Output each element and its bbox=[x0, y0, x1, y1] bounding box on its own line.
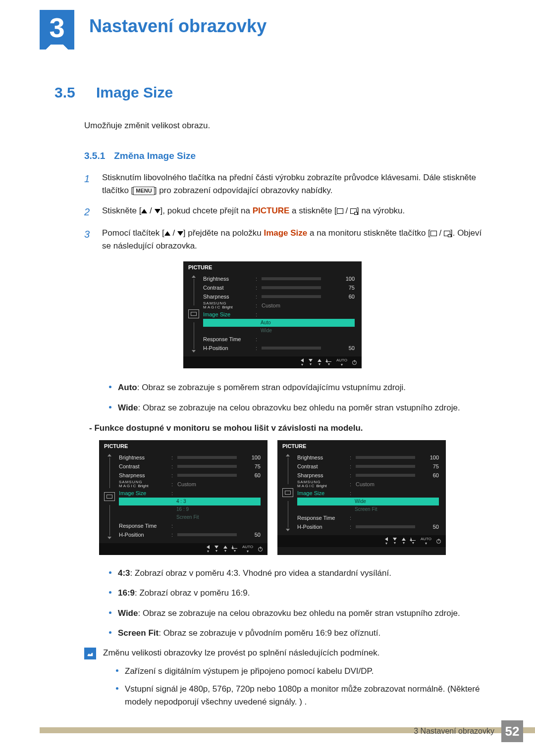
step-2-text: Stiskněte [ / ], pokud chcete přejít na … bbox=[102, 204, 405, 220]
down-icon bbox=[155, 209, 160, 213]
step-3-number: 3 bbox=[84, 227, 93, 253]
select-icon bbox=[430, 231, 437, 236]
scroll-up-icon bbox=[192, 275, 196, 278]
step-3-text: Pomocí tlačítek [ / ] přejděte na položk… bbox=[102, 227, 490, 253]
subsection-number: 3.5.1 bbox=[84, 151, 105, 161]
section-number: 3.5 bbox=[54, 84, 84, 101]
osd-enter-icon bbox=[326, 359, 331, 362]
osd-row-contrast: Contrast bbox=[203, 285, 253, 291]
osd-option-wide: Wide bbox=[297, 498, 439, 505]
chapter-title: Nastavení obrazovky bbox=[89, 16, 267, 37]
osd-back-icon bbox=[301, 358, 304, 362]
bullet-list-1: Auto: Obraz se zobrazuje s poměrem stran… bbox=[109, 381, 490, 414]
select-icon bbox=[337, 208, 343, 214]
osd-panel-1: PICTURE Brightness:100 Contrast:75 Sharp… bbox=[183, 261, 362, 368]
enter-icon bbox=[444, 231, 450, 236]
osd-row-response-time: Response Time bbox=[203, 336, 253, 342]
chapter-badge: 3 bbox=[40, 10, 74, 45]
osd-title: PICTURE bbox=[183, 261, 362, 272]
osd-option-16-9: 16 : 9 bbox=[119, 505, 261, 513]
osd-auto-label: AUTO bbox=[336, 358, 347, 362]
osd-row-image-size: Image Size bbox=[203, 311, 253, 317]
osd-row-h-position: H-Position bbox=[203, 345, 253, 351]
section-intro: Umožňuje změnit velikost obrazu. bbox=[84, 121, 490, 131]
enter-icon bbox=[350, 208, 357, 214]
menu-key-icon: MENU bbox=[133, 187, 154, 195]
osd-panel-3: PICTURE Brightness:100 Contrast:75 Sharp… bbox=[277, 440, 446, 555]
osd-power-icon bbox=[352, 360, 357, 365]
osd-row-magic-bright: SAMSUNGMAGIC Bright bbox=[203, 302, 253, 309]
osd-up-icon bbox=[318, 359, 321, 362]
osd-option-screen-fit: Screen Fit bbox=[119, 513, 261, 521]
scroll-down-icon bbox=[192, 350, 196, 353]
up-icon bbox=[141, 209, 147, 213]
note-icon bbox=[84, 648, 96, 659]
model-note: - Funkce dostupné v monitoru se mohou li… bbox=[89, 423, 490, 433]
osd-row-sharpness: Sharpness bbox=[203, 294, 253, 300]
osd-row-brightness: Brightness bbox=[203, 276, 253, 282]
bullet-list-2: 4:3: Zobrazí obraz v poměru 4:3. Vhodné … bbox=[109, 567, 490, 640]
subsection-title: Změna Image Size bbox=[114, 151, 196, 161]
section-title: Image Size bbox=[96, 84, 173, 101]
category-picture-icon bbox=[188, 309, 199, 318]
osd-panel-2: PICTURE Brightness:100 Contrast:75 Sharp… bbox=[99, 440, 268, 555]
footer-text: 3 Nastavení obrazovky bbox=[414, 727, 494, 736]
step-2-number: 2 bbox=[84, 204, 93, 220]
osd-option-4-3: 4 : 3 bbox=[119, 498, 261, 505]
osd-down-icon bbox=[309, 359, 313, 362]
osd-option-auto: Auto bbox=[203, 319, 355, 327]
osd-footer: ▾ ▾ ▾ ▾ AUTO▾ bbox=[183, 356, 362, 368]
osd-option-wide: Wide bbox=[203, 327, 355, 335]
down-icon bbox=[177, 231, 183, 236]
osd-option-screen-fit: Screen Fit bbox=[297, 505, 439, 513]
step-1-text: Stisknutím libovolného tlačítka na předn… bbox=[102, 171, 490, 198]
page-number: 52 bbox=[501, 720, 523, 742]
step-1-number: 1 bbox=[84, 171, 93, 198]
note-block: Změnu velikosti obrazovky lze provést po… bbox=[103, 647, 490, 713]
up-icon bbox=[164, 231, 170, 236]
